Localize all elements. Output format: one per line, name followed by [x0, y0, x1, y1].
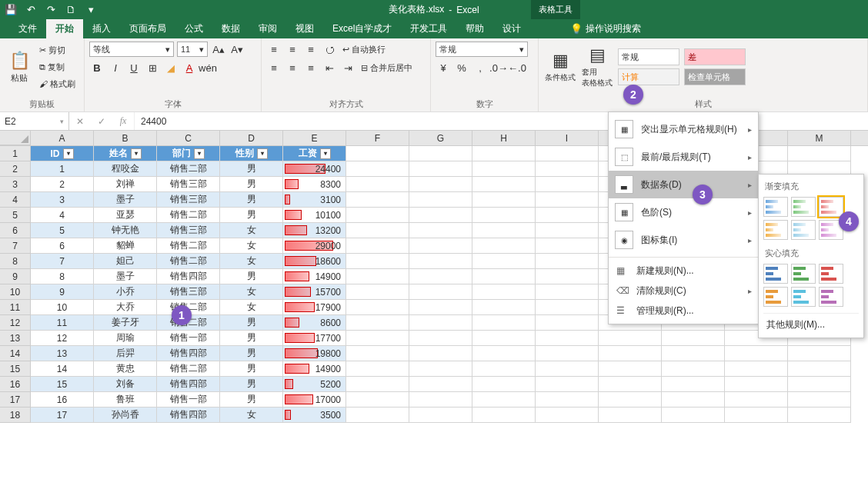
cell[interactable]	[599, 377, 662, 392]
databar-swatch[interactable]	[791, 264, 816, 284]
cell[interactable]	[472, 254, 536, 269]
tab-formulas[interactable]: 公式	[175, 19, 212, 38]
cell[interactable]: 男	[220, 161, 283, 177]
cell[interactable]: 男	[220, 269, 283, 284]
cell[interactable]	[536, 238, 599, 254]
row-header[interactable]: 17	[0, 392, 31, 407]
cell[interactable]	[409, 361, 472, 377]
cell[interactable]: 5	[31, 223, 94, 238]
fill-color-button[interactable]: ◢	[163, 60, 179, 75]
increase-decimal-button[interactable]: .0→	[491, 60, 506, 75]
column-header[interactable]: B	[94, 131, 157, 145]
underline-button[interactable]: U	[126, 60, 142, 75]
cell[interactable]: 7	[31, 254, 94, 269]
databar-swatch[interactable]	[763, 264, 788, 284]
cell[interactable]	[536, 331, 599, 346]
cf-clear-rules[interactable]: ⌫ 清除规则(C) ▸	[609, 281, 758, 301]
databar-swatch[interactable]	[791, 220, 816, 240]
cell[interactable]: 男	[220, 192, 283, 208]
font-color-button[interactable]: A	[182, 60, 197, 75]
cell[interactable]	[346, 192, 409, 208]
cell[interactable]	[472, 315, 536, 331]
table-header-cell[interactable]: 部门▾	[157, 146, 220, 161]
tab-data[interactable]: 数据	[212, 19, 249, 38]
cell[interactable]	[346, 392, 409, 407]
cell[interactable]	[536, 300, 599, 315]
more-rules[interactable]: 其他规则(M)...	[763, 313, 859, 333]
tab-design[interactable]: 设计	[493, 19, 530, 38]
redo-icon[interactable]: ↷	[45, 4, 57, 16]
cell[interactable]: 男	[220, 177, 283, 192]
cell[interactable]	[472, 161, 536, 177]
row-header[interactable]: 13	[0, 331, 31, 346]
cancel-button[interactable]: ✕	[69, 116, 91, 127]
cf-color-scales[interactable]: ▦ 色阶(S) ▸	[609, 198, 758, 226]
cell[interactable]	[725, 407, 788, 423]
row-header[interactable]: 12	[0, 315, 31, 331]
tab-file[interactable]: 文件	[9, 19, 46, 38]
phonetic-button[interactable]: wén	[200, 60, 215, 75]
cell[interactable]	[346, 177, 409, 192]
comma-button[interactable]: ,	[472, 60, 488, 75]
cell[interactable]	[409, 208, 472, 223]
align-top-button[interactable]: ≡	[266, 42, 282, 57]
cell[interactable]: 24400	[283, 161, 346, 177]
cell[interactable]	[662, 361, 725, 377]
cell[interactable]	[409, 192, 472, 208]
column-header[interactable]: A	[31, 131, 94, 145]
cell[interactable]	[662, 392, 725, 407]
cell[interactable]	[472, 361, 536, 377]
row-header[interactable]: 7	[0, 238, 31, 254]
cell[interactable]	[409, 377, 472, 392]
filter-arrow-icon[interactable]: ▾	[194, 148, 205, 159]
row-header[interactable]: 8	[0, 254, 31, 269]
cell[interactable]: 销售四部	[157, 269, 220, 284]
cell[interactable]	[725, 377, 788, 392]
tab-insert[interactable]: 插入	[83, 19, 120, 38]
align-middle-button[interactable]: ≡	[285, 42, 300, 57]
percent-button[interactable]: %	[454, 60, 469, 75]
decrease-font-button[interactable]: A▾	[229, 42, 245, 57]
cell[interactable]: 13	[31, 346, 94, 361]
cell[interactable]	[409, 146, 472, 161]
cell[interactable]	[662, 407, 725, 423]
cell[interactable]	[472, 146, 536, 161]
cell[interactable]: 8300	[283, 177, 346, 192]
cell[interactable]	[599, 361, 662, 377]
cell[interactable]	[346, 315, 409, 331]
cell[interactable]	[536, 315, 599, 331]
cell[interactable]: 鲁班	[94, 392, 157, 407]
qat-dropdown-icon[interactable]: ▾	[85, 4, 97, 16]
cut-button[interactable]: ✂剪切	[37, 42, 78, 58]
cell[interactable]	[472, 284, 536, 300]
cell[interactable]	[536, 223, 599, 238]
fx-button[interactable]: fx	[112, 115, 134, 127]
cell[interactable]	[725, 346, 788, 361]
cell[interactable]	[536, 161, 599, 177]
cell[interactable]: 女	[220, 284, 283, 300]
cell[interactable]	[536, 146, 599, 161]
cell[interactable]	[409, 315, 472, 331]
name-box[interactable]: E2 ▾	[0, 112, 69, 130]
column-header[interactable]: D	[220, 131, 283, 145]
cell[interactable]: 销售二部	[157, 238, 220, 254]
cell[interactable]: 销售四部	[157, 346, 220, 361]
style-bad[interactable]: 差	[684, 48, 746, 65]
touch-mode-icon[interactable]: 🗋	[65, 4, 77, 16]
cell[interactable]: 10	[31, 300, 94, 315]
cell[interactable]: 17700	[283, 331, 346, 346]
cell[interactable]	[472, 208, 536, 223]
column-header[interactable]: G	[409, 131, 472, 145]
cell[interactable]	[472, 377, 536, 392]
tab-page-layout[interactable]: 页面布局	[120, 19, 175, 38]
filter-arrow-icon[interactable]: ▾	[320, 148, 331, 159]
cell[interactable]	[346, 146, 409, 161]
cell[interactable]: 销售三部	[157, 284, 220, 300]
cf-top-bottom-rules[interactable]: ⬚ 最前/最后规则(T) ▸	[609, 143, 758, 171]
cell[interactable]: 销售四部	[157, 377, 220, 392]
cell[interactable]: 18600	[283, 254, 346, 269]
enter-button[interactable]: ✓	[91, 116, 112, 127]
cell[interactable]: 男	[220, 377, 283, 392]
cell[interactable]	[472, 177, 536, 192]
row-header[interactable]: 16	[0, 377, 31, 392]
